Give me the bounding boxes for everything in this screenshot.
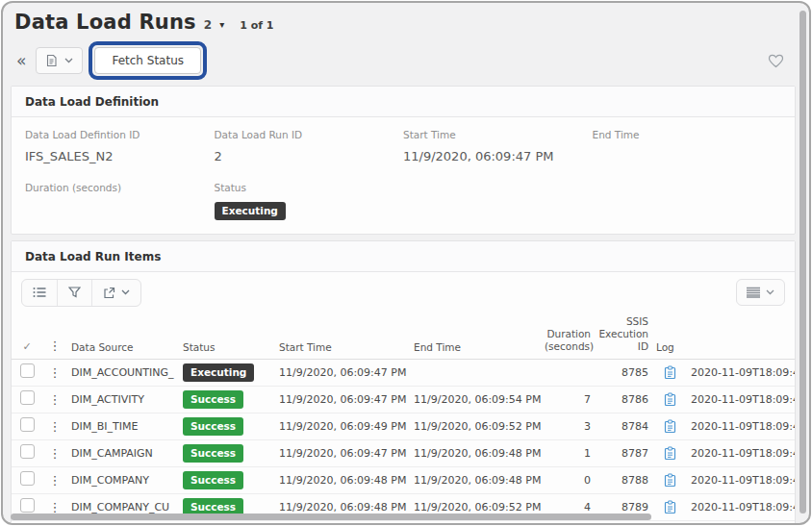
page-title: Data Load Runs bbox=[14, 11, 196, 34]
cell-data-source: DIM_ACTIVITY bbox=[67, 386, 179, 413]
table-options-button[interactable] bbox=[736, 279, 785, 306]
col-ssis-execution-id[interactable]: SSIS Execution ID bbox=[595, 313, 652, 360]
filter-button[interactable] bbox=[58, 280, 92, 306]
table-row[interactable]: ⋮ DIM_COMPANY Success 11/9/2020, 06:09:4… bbox=[12, 466, 795, 493]
collapse-panel-icon[interactable]: « bbox=[14, 51, 32, 70]
row-kebab-menu-icon[interactable]: ⋮ bbox=[42, 439, 67, 466]
table-row[interactable]: ⋮ DIM_CAMPAIGN Success 11/9/2020, 06:09:… bbox=[12, 439, 795, 466]
cell-log-text: 2020-11-09T18:09:48.250: Star bbox=[687, 520, 795, 525]
col-status[interactable]: Status bbox=[179, 313, 275, 360]
field-label: Data Load Run ID bbox=[215, 129, 404, 140]
field-status: Status Executing bbox=[215, 182, 404, 220]
field-label: Start Time bbox=[403, 129, 593, 140]
cell-data-source: DIM_COMPANY bbox=[67, 466, 179, 493]
cell-ssis-execution-id: 8787 bbox=[595, 439, 652, 466]
record-pager: 1 of 1 bbox=[240, 19, 273, 32]
list-view-button[interactable] bbox=[22, 280, 58, 306]
field-value bbox=[593, 149, 782, 166]
row-kebab-menu-icon[interactable]: ⋮ bbox=[42, 413, 67, 439]
cell-status: Success bbox=[179, 439, 275, 466]
cell-end-time: 11/9/2020, 06:09:54 PM bbox=[410, 386, 541, 413]
cell-log-text: 2020-11-09T18:09:48.080: Star bbox=[687, 466, 795, 493]
horizontal-scrollbar[interactable] bbox=[11, 513, 651, 520]
cell-start-time: 11/9/2020, 06:09:47 PM bbox=[275, 386, 410, 413]
record-count: 2 bbox=[204, 18, 212, 32]
col-data-source[interactable]: Data Source bbox=[67, 313, 179, 360]
cell-status: Success bbox=[179, 466, 275, 493]
cell-ssis-execution-id: 8784 bbox=[595, 413, 652, 439]
row-checkbox[interactable] bbox=[20, 444, 35, 459]
fetch-status-button[interactable]: Fetch Status bbox=[94, 47, 201, 74]
field-label: End Time bbox=[593, 129, 782, 140]
cell-data-source: DIM_CAMPAIGN bbox=[67, 439, 179, 466]
status-badge: Success bbox=[183, 417, 243, 436]
cell-end-time bbox=[410, 359, 541, 386]
row-kebab-menu-icon[interactable]: ⋮ bbox=[42, 466, 67, 493]
log-icon[interactable] bbox=[664, 446, 676, 461]
col-end-time[interactable]: End Time bbox=[410, 313, 541, 360]
field-data-load-run-id: Data Load Run ID 2 bbox=[215, 129, 404, 166]
cell-log bbox=[652, 466, 687, 493]
cell-end-time: 11/9/2020, 06:09:48 PM bbox=[410, 439, 541, 466]
log-icon[interactable] bbox=[664, 392, 676, 407]
field-data-load-definition-id: Data Load Defintion ID IFS_SALES_N2 bbox=[25, 129, 215, 166]
row-checkbox[interactable] bbox=[20, 471, 35, 486]
cell-duration bbox=[541, 359, 595, 386]
field-start-time: Start Time 11/9/2020, 06:09:47 PM bbox=[403, 129, 593, 166]
cell-duration: 0 bbox=[541, 520, 595, 525]
log-icon[interactable] bbox=[664, 473, 676, 488]
kebab-menu-icon[interactable]: ⋮ bbox=[42, 313, 67, 360]
app-window: Data Load Runs 2 ▾ 1 of 1 « Fetch Status bbox=[1, 1, 811, 525]
favorite-heart-icon[interactable] bbox=[768, 54, 784, 68]
cell-start-time: 11/9/2020, 06:09:49 PM bbox=[275, 413, 410, 439]
cell-data-source: DIM_BI_TIME bbox=[67, 413, 179, 439]
row-checkbox[interactable] bbox=[20, 498, 35, 513]
cell-status: Success bbox=[179, 386, 275, 413]
field-label: Status bbox=[215, 182, 404, 193]
cell-ssis-execution-id: 8790 bbox=[595, 520, 652, 525]
cell-start-time: 11/9/2020, 06:09:47 PM bbox=[275, 359, 410, 386]
table-row[interactable]: ⋮ DIM_BI_TIME Success 11/9/2020, 06:09:4… bbox=[12, 413, 795, 439]
row-checkbox[interactable] bbox=[20, 363, 35, 378]
cell-end-time: 11/9/2020, 06:09:48 PM bbox=[410, 520, 541, 525]
cell-log bbox=[652, 439, 687, 466]
field-value: IFS_SALES_N2 bbox=[25, 149, 215, 166]
select-all-check-icon[interactable]: ✓ bbox=[12, 313, 42, 360]
cell-ssis-execution-id: 8786 bbox=[595, 386, 652, 413]
col-start-time[interactable]: Start Time bbox=[275, 313, 410, 360]
chevron-down-icon bbox=[64, 58, 73, 63]
cell-ssis-execution-id: 8785 bbox=[595, 359, 652, 386]
table-row[interactable]: ⋮ DIM_ACTIVITY Success 11/9/2020, 06:09:… bbox=[12, 386, 795, 413]
data-load-definition-card: Data Load Definition Data Load Defintion… bbox=[11, 86, 796, 235]
status-badge: Success bbox=[183, 444, 243, 463]
table-row[interactable]: ⋮ DIM_ACCOUNTING_ Executing 11/9/2020, 0… bbox=[12, 359, 795, 386]
vertical-scrollbar[interactable] bbox=[799, 11, 806, 513]
export-button[interactable] bbox=[92, 280, 140, 306]
field-label: Data Load Defintion ID bbox=[25, 129, 215, 140]
status-badge: Executing bbox=[183, 363, 254, 382]
cell-data-source: DIM_CONDITION_CO bbox=[67, 520, 179, 525]
row-kebab-menu-icon[interactable]: ⋮ bbox=[42, 386, 67, 413]
table-row[interactable]: ⋮ DIM_CONDITION_CO Success 11/9/2020, 06… bbox=[12, 520, 795, 525]
log-icon[interactable] bbox=[664, 365, 676, 380]
cell-duration: 7 bbox=[541, 386, 595, 413]
row-kebab-menu-icon[interactable]: ⋮ bbox=[42, 359, 67, 386]
cell-start-time: 11/9/2020, 06:09:47 PM bbox=[275, 439, 410, 466]
cell-status: Executing bbox=[179, 359, 275, 386]
commands-dropdown-button[interactable] bbox=[36, 47, 83, 74]
row-kebab-menu-icon[interactable]: ⋮ bbox=[42, 520, 67, 525]
col-log[interactable]: Log bbox=[652, 313, 687, 360]
field-label: Duration (seconds) bbox=[25, 182, 215, 193]
row-checkbox[interactable] bbox=[20, 390, 35, 405]
cell-log bbox=[652, 520, 687, 525]
log-icon[interactable] bbox=[664, 419, 676, 434]
log-icon[interactable] bbox=[664, 500, 676, 514]
cell-data-source: DIM_ACCOUNTING_ bbox=[67, 359, 179, 386]
row-checkbox[interactable] bbox=[20, 417, 35, 432]
field-value bbox=[25, 202, 215, 219]
cell-status: Success bbox=[179, 520, 275, 525]
chevron-down-icon[interactable]: ▾ bbox=[219, 19, 224, 30]
status-badge: Executing bbox=[215, 202, 286, 220]
cell-start-time: 11/9/2020, 06:09:48 PM bbox=[275, 466, 410, 493]
col-duration[interactable]: Duration (seconds) bbox=[541, 313, 595, 360]
